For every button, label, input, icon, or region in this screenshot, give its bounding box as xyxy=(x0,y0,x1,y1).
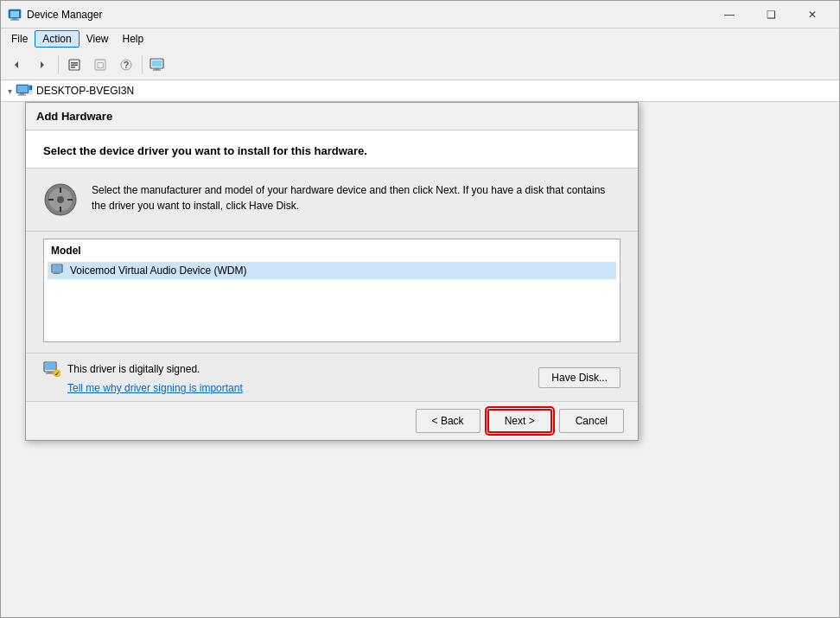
close-button[interactable]: ✕ xyxy=(792,2,832,28)
dialog-overlay: Add Hardware Select the device driver yo… xyxy=(1,102,839,617)
svg-rect-20 xyxy=(29,86,32,90)
minimize-button[interactable]: — xyxy=(710,2,749,28)
svg-text:□: □ xyxy=(98,60,104,70)
tree-collapse-arrow[interactable]: ▾ xyxy=(8,86,12,96)
forward-button[interactable] xyxy=(30,53,54,77)
svg-rect-13 xyxy=(152,61,162,67)
list-item-label: Voicemod Virtual Audio Device (WDM) xyxy=(70,264,247,277)
app-icon xyxy=(8,8,22,22)
title-bar: Device Manager — ❑ ✕ xyxy=(1,1,839,29)
signed-icon: ✓ xyxy=(43,360,60,378)
dialog-header: Select the device driver you want to ins… xyxy=(26,131,638,169)
back-button[interactable] xyxy=(4,53,29,77)
cancel-button[interactable]: Cancel xyxy=(559,409,624,433)
svg-point-21 xyxy=(29,91,33,94)
device-manager-window: Device Manager — ❑ ✕ File Action View He… xyxy=(0,0,840,618)
svg-rect-31 xyxy=(54,272,58,273)
svg-rect-34 xyxy=(45,363,55,370)
window-title: Device Manager xyxy=(27,9,710,21)
svg-rect-19 xyxy=(18,95,26,96)
menu-bar: File Action View Help xyxy=(1,29,839,49)
svg-rect-3 xyxy=(10,19,19,20)
svg-text:✓: ✓ xyxy=(54,371,60,377)
model-list[interactable]: Model Voicemod Virtual Audio Device (WDM… xyxy=(43,239,620,342)
dialog-footer: < Back Next > Cancel xyxy=(26,401,638,440)
svg-point-24 xyxy=(57,196,64,203)
svg-rect-17 xyxy=(17,86,28,92)
svg-rect-7 xyxy=(71,67,75,68)
signed-status-row: ✓ This driver is digitally signed. xyxy=(43,360,243,378)
help-button[interactable]: ? xyxy=(114,53,138,77)
toolbar-separator-2 xyxy=(142,55,143,74)
maximize-button[interactable]: ❑ xyxy=(751,2,791,28)
back-button[interactable]: < Back xyxy=(416,409,480,433)
svg-rect-32 xyxy=(54,273,60,274)
dialog-title: Add Hardware xyxy=(36,110,112,123)
monitor-button[interactable] xyxy=(146,53,170,77)
dialog-title-bar: Add Hardware xyxy=(26,103,638,131)
svg-rect-2 xyxy=(12,18,17,20)
svg-rect-35 xyxy=(48,372,52,373)
dialog-status-section: ✓ This driver is digitally signed. Tell … xyxy=(26,354,638,401)
menu-help[interactable]: Help xyxy=(116,31,151,47)
svg-rect-15 xyxy=(153,69,161,70)
svg-rect-1 xyxy=(10,11,19,17)
svg-rect-5 xyxy=(71,62,78,64)
window-controls: — ❑ ✕ xyxy=(710,2,832,28)
driver-signing-link-text[interactable]: Tell me why driver signing is important xyxy=(43,382,243,394)
computer-icon xyxy=(16,84,33,98)
dialog-body: Select the manufacturer and model of you… xyxy=(26,169,638,232)
dialog-header-text: Select the device driver you want to ins… xyxy=(43,144,620,157)
list-item[interactable]: Voicemod Virtual Audio Device (WDM) xyxy=(48,262,616,279)
svg-rect-36 xyxy=(46,373,54,374)
driver-signing-link[interactable]: Tell me why driver signing is important xyxy=(43,381,243,394)
model-column-header: Model xyxy=(48,243,616,258)
properties-button[interactable] xyxy=(62,53,86,77)
svg-rect-18 xyxy=(20,93,24,95)
svg-rect-14 xyxy=(155,68,159,70)
dialog-body-description: Select the manufacturer and model of you… xyxy=(92,182,620,213)
have-disk-button[interactable]: Have Disk... xyxy=(538,367,620,388)
disable-button[interactable]: □ xyxy=(88,53,112,77)
svg-rect-30 xyxy=(53,265,61,271)
svg-rect-6 xyxy=(71,64,78,66)
next-button[interactable]: Next > xyxy=(487,409,552,433)
menu-action[interactable]: Action xyxy=(35,30,79,48)
dialog-list-section: Model Voicemod Virtual Audio Device (WDM… xyxy=(26,232,638,354)
device-icon xyxy=(51,264,65,277)
toolbar: □ ? xyxy=(1,49,839,80)
toolbar-separator-1 xyxy=(58,55,59,74)
signed-status-text: This driver is digitally signed. xyxy=(67,363,200,375)
computer-name: DESKTOP-BVEGI3N xyxy=(36,85,134,97)
menu-file[interactable]: File xyxy=(4,31,35,47)
main-content: ▾ DESKTOP-BVEGI3N Add Hardware Selec xyxy=(1,80,839,617)
svg-text:?: ? xyxy=(124,60,130,70)
menu-view[interactable]: View xyxy=(80,31,116,47)
hardware-icon xyxy=(43,182,78,217)
status-left: ✓ This driver is digitally signed. Tell … xyxy=(43,360,243,394)
device-tree: ▾ DESKTOP-BVEGI3N xyxy=(1,80,839,102)
add-hardware-dialog: Add Hardware Select the device driver yo… xyxy=(25,102,639,441)
